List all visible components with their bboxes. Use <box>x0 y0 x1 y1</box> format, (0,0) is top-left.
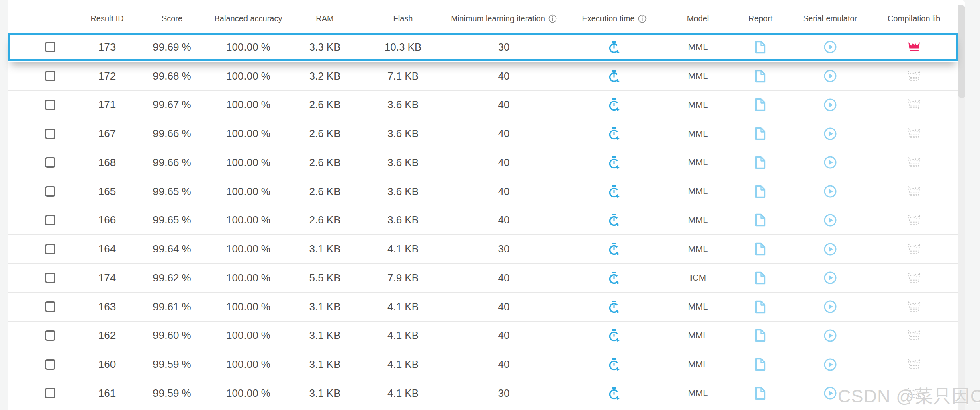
row-checkbox[interactable] <box>45 186 55 197</box>
execution-time-button[interactable] <box>563 33 666 62</box>
header-serial-emulator[interactable]: Serial emulator <box>791 5 870 33</box>
serial-emulator-button[interactable] <box>791 91 870 119</box>
document-icon <box>755 213 766 227</box>
row-checkbox[interactable] <box>45 388 55 398</box>
table-row[interactable]: 162 99.60 % 100.00 % 3.1 KB 4.1 KB 40 MM… <box>8 322 958 351</box>
serial-emulator-button[interactable] <box>791 350 870 379</box>
row-checkbox[interactable] <box>45 100 55 110</box>
table-row[interactable]: 166 99.65 % 100.00 % 2.6 KB 3.6 KB 40 MM… <box>8 206 958 235</box>
compilation-lib-button[interactable] <box>870 62 958 90</box>
scrollbar-thumb[interactable] <box>958 5 965 98</box>
cell-score: 99.59 % <box>136 379 208 408</box>
header-ram[interactable]: RAM <box>289 5 361 33</box>
report-button[interactable] <box>730 322 791 350</box>
report-button[interactable] <box>730 264 791 292</box>
serial-emulator-button[interactable] <box>791 293 870 321</box>
table-row[interactable]: 174 99.62 % 100.00 % 5.5 KB 7.9 KB 40 IC… <box>8 264 958 293</box>
compilation-lib-button[interactable] <box>870 379 958 408</box>
cell-flash: 4.1 KB <box>361 293 445 321</box>
row-checkbox[interactable] <box>45 359 55 370</box>
row-checkbox[interactable] <box>45 301 55 312</box>
serial-emulator-button[interactable] <box>791 322 870 350</box>
compilation-lib-button[interactable] <box>870 235 958 263</box>
header-score[interactable]: Score <box>136 5 208 33</box>
execution-time-button[interactable] <box>563 322 666 350</box>
info-icon[interactable] <box>638 14 647 23</box>
report-button[interactable] <box>730 293 791 321</box>
execution-time-button[interactable] <box>563 119 666 148</box>
table-row[interactable]: 165 99.65 % 100.00 % 2.6 KB 3.6 KB 40 MM… <box>8 177 958 206</box>
play-circle-icon <box>824 300 837 313</box>
report-button[interactable] <box>730 206 791 235</box>
execution-time-button[interactable] <box>563 206 666 235</box>
row-checkbox[interactable] <box>45 215 55 226</box>
compilation-lib-button[interactable] <box>870 148 958 177</box>
table-row[interactable]: 167 99.66 % 100.00 % 2.6 KB 3.6 KB 40 MM… <box>8 119 958 148</box>
row-checkbox[interactable] <box>45 129 55 139</box>
row-checkbox[interactable] <box>45 273 55 283</box>
compilation-lib-button[interactable] <box>870 293 958 321</box>
vertical-scrollbar[interactable] <box>958 5 965 410</box>
serial-emulator-button[interactable] <box>791 206 870 235</box>
row-checkbox[interactable] <box>45 42 55 52</box>
header-result-id[interactable]: Result ID <box>78 5 136 33</box>
header-min-learning-iteration[interactable]: Minimum learning iteration <box>445 5 563 33</box>
row-checkbox[interactable] <box>45 71 55 81</box>
header-model[interactable]: Model <box>666 5 730 33</box>
row-checkbox[interactable] <box>45 330 55 341</box>
table-row[interactable]: 164 99.64 % 100.00 % 3.1 KB 4.1 KB 30 MM… <box>8 235 958 264</box>
execution-time-button[interactable] <box>563 148 666 177</box>
serial-emulator-button[interactable] <box>791 379 870 408</box>
compilation-lib-button[interactable] <box>870 33 958 62</box>
report-button[interactable] <box>730 379 791 408</box>
serial-emulator-button[interactable] <box>791 148 870 177</box>
info-icon[interactable] <box>548 14 557 23</box>
report-button[interactable] <box>730 235 791 263</box>
cell-result-id: 167 <box>78 119 136 148</box>
header-compilation-lib[interactable]: Compilation lib <box>870 5 958 33</box>
row-checkbox[interactable] <box>45 244 55 254</box>
serial-emulator-button[interactable] <box>791 177 870 206</box>
report-button[interactable] <box>730 62 791 90</box>
serial-emulator-button[interactable] <box>791 235 870 263</box>
document-icon <box>755 329 766 342</box>
header-report[interactable]: Report <box>730 5 791 33</box>
header-execution-time[interactable]: Execution time <box>563 5 666 33</box>
execution-time-button[interactable] <box>563 177 666 206</box>
compilation-lib-button[interactable] <box>870 264 958 292</box>
report-button[interactable] <box>730 119 791 148</box>
execution-time-button[interactable] <box>563 235 666 263</box>
execution-time-button[interactable] <box>563 379 666 408</box>
serial-emulator-button[interactable] <box>791 62 870 90</box>
serial-emulator-button[interactable] <box>791 119 870 148</box>
report-button[interactable] <box>730 33 791 62</box>
serial-emulator-button[interactable] <box>791 264 870 292</box>
report-button[interactable] <box>730 91 791 119</box>
table-row[interactable]: 163 99.61 % 100.00 % 3.1 KB 4.1 KB 40 MM… <box>8 293 958 322</box>
table-row[interactable]: 172 99.68 % 100.00 % 3.2 KB 7.1 KB 40 MM… <box>8 62 958 91</box>
compilation-lib-button[interactable] <box>870 119 958 148</box>
serial-emulator-button[interactable] <box>791 33 870 62</box>
table-row[interactable]: 168 99.66 % 100.00 % 2.6 KB 3.6 KB 40 MM… <box>8 148 958 177</box>
compilation-lib-button[interactable] <box>870 322 958 350</box>
header-balanced-accuracy[interactable]: Balanced accuracy <box>208 5 289 33</box>
execution-time-button[interactable] <box>563 91 666 119</box>
cell-score: 99.66 % <box>136 148 208 177</box>
table-row[interactable]: 173 99.69 % 100.00 % 3.3 KB 10.3 KB 30 M… <box>8 33 958 62</box>
header-flash[interactable]: Flash <box>361 5 445 33</box>
execution-time-button[interactable] <box>563 62 666 90</box>
compilation-lib-button[interactable] <box>870 350 958 379</box>
compilation-lib-button[interactable] <box>870 177 958 206</box>
execution-time-button[interactable] <box>563 293 666 321</box>
execution-time-button[interactable] <box>563 264 666 292</box>
compilation-lib-button[interactable] <box>870 91 958 119</box>
report-button[interactable] <box>730 177 791 206</box>
report-button[interactable] <box>730 350 791 379</box>
row-checkbox[interactable] <box>45 157 55 168</box>
table-row[interactable]: 161 99.59 % 100.00 % 3.1 KB 4.1 KB 30 MM… <box>8 379 958 408</box>
table-row[interactable]: 160 99.59 % 100.00 % 3.1 KB 4.1 KB 40 MM… <box>8 350 958 379</box>
report-button[interactable] <box>730 148 791 177</box>
execution-time-button[interactable] <box>563 350 666 379</box>
compilation-lib-button[interactable] <box>870 206 958 235</box>
table-row[interactable]: 171 99.67 % 100.00 % 2.6 KB 3.6 KB 40 MM… <box>8 91 958 120</box>
